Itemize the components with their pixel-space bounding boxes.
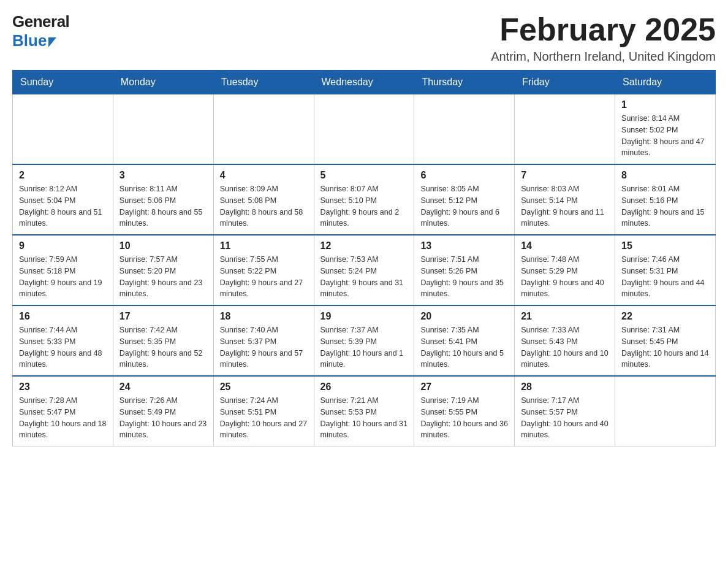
header-thursday: Thursday [414,71,515,94]
day-number: 10 [119,240,207,251]
day-number: 12 [320,240,408,251]
day-number: 26 [320,381,408,393]
day-info: Sunrise: 7:33 AMSunset: 5:43 PMDaylight:… [521,324,609,370]
day-info: Sunrise: 7:44 AMSunset: 5:33 PMDaylight:… [19,324,107,370]
day-info: Sunrise: 7:57 AMSunset: 5:20 PMDaylight:… [119,254,207,300]
calendar-week-row: 1Sunrise: 8:14 AMSunset: 5:02 PMDaylight… [13,94,716,165]
day-number: 5 [320,170,408,181]
title-block: February 2025 Antrim, Northern Ireland, … [491,12,716,64]
day-number: 1 [621,99,709,110]
calendar-day-cell: 24Sunrise: 7:26 AMSunset: 5:49 PMDayligh… [113,376,213,446]
day-info: Sunrise: 7:28 AMSunset: 5:47 PMDaylight:… [19,395,107,441]
day-info: Sunrise: 8:09 AMSunset: 5:08 PMDaylight:… [220,183,308,229]
day-number: 20 [420,311,508,322]
logo-triangle-icon [48,37,56,47]
day-number: 8 [621,170,709,181]
day-info: Sunrise: 7:35 AMSunset: 5:41 PMDaylight:… [420,324,508,370]
calendar-day-cell: 8Sunrise: 8:01 AMSunset: 5:16 PMDaylight… [615,164,716,235]
calendar-day-cell: 4Sunrise: 8:09 AMSunset: 5:08 PMDaylight… [213,164,314,235]
day-number: 3 [119,170,207,181]
calendar-day-cell: 27Sunrise: 7:19 AMSunset: 5:55 PMDayligh… [414,376,515,446]
day-number: 4 [220,170,308,181]
day-info: Sunrise: 7:42 AMSunset: 5:35 PMDaylight:… [119,324,207,370]
calendar-day-cell [213,94,314,165]
day-info: Sunrise: 7:19 AMSunset: 5:55 PMDaylight:… [420,395,508,441]
day-info: Sunrise: 8:11 AMSunset: 5:06 PMDaylight:… [119,183,207,229]
day-info: Sunrise: 7:51 AMSunset: 5:26 PMDaylight:… [420,254,508,300]
calendar-day-cell: 18Sunrise: 7:40 AMSunset: 5:37 PMDayligh… [213,305,314,376]
calendar-day-cell: 20Sunrise: 7:35 AMSunset: 5:41 PMDayligh… [414,305,515,376]
calendar-day-cell: 1Sunrise: 8:14 AMSunset: 5:02 PMDaylight… [615,94,716,165]
location-text: Antrim, Northern Ireland, United Kingdom [491,50,716,64]
calendar-day-cell: 15Sunrise: 7:46 AMSunset: 5:31 PMDayligh… [615,235,716,305]
calendar-day-cell: 5Sunrise: 8:07 AMSunset: 5:10 PMDaylight… [314,164,414,235]
day-number: 14 [521,240,609,251]
day-info: Sunrise: 7:26 AMSunset: 5:49 PMDaylight:… [119,395,207,441]
calendar-day-cell: 11Sunrise: 7:55 AMSunset: 5:22 PMDayligh… [213,235,314,305]
calendar-day-cell: 2Sunrise: 8:12 AMSunset: 5:04 PMDaylight… [13,164,113,235]
day-info: Sunrise: 7:48 AMSunset: 5:29 PMDaylight:… [521,254,609,300]
calendar-day-cell: 17Sunrise: 7:42 AMSunset: 5:35 PMDayligh… [113,305,213,376]
month-title: February 2025 [491,12,716,47]
day-info: Sunrise: 8:12 AMSunset: 5:04 PMDaylight:… [19,183,107,229]
calendar-week-row: 9Sunrise: 7:59 AMSunset: 5:18 PMDaylight… [13,235,716,305]
day-info: Sunrise: 8:01 AMSunset: 5:16 PMDaylight:… [621,183,709,229]
day-number: 22 [621,311,709,322]
header-friday: Friday [515,71,615,94]
calendar-day-cell [515,94,615,165]
day-info: Sunrise: 7:37 AMSunset: 5:39 PMDaylight:… [320,324,408,370]
logo-general-text: General [12,12,69,31]
calendar-day-cell: 28Sunrise: 7:17 AMSunset: 5:57 PMDayligh… [515,376,615,446]
calendar-day-cell [113,94,213,165]
day-number: 18 [220,311,308,322]
day-number: 25 [220,381,308,393]
day-number: 11 [220,240,308,251]
calendar-day-cell: 10Sunrise: 7:57 AMSunset: 5:20 PMDayligh… [113,235,213,305]
day-number: 16 [19,311,107,322]
calendar-day-cell [414,94,515,165]
calendar-week-row: 23Sunrise: 7:28 AMSunset: 5:47 PMDayligh… [13,376,716,446]
day-info: Sunrise: 7:46 AMSunset: 5:31 PMDaylight:… [621,254,709,300]
calendar-day-cell: 23Sunrise: 7:28 AMSunset: 5:47 PMDayligh… [13,376,113,446]
day-info: Sunrise: 8:14 AMSunset: 5:02 PMDaylight:… [621,113,709,159]
calendar-day-cell: 22Sunrise: 7:31 AMSunset: 5:45 PMDayligh… [615,305,716,376]
calendar-day-cell: 25Sunrise: 7:24 AMSunset: 5:51 PMDayligh… [213,376,314,446]
day-number: 15 [621,240,709,251]
day-info: Sunrise: 7:21 AMSunset: 5:53 PMDaylight:… [320,395,408,441]
header-sunday: Sunday [13,71,113,94]
calendar-table: Sunday Monday Tuesday Wednesday Thursday… [12,70,716,446]
calendar-day-cell [615,376,716,446]
day-info: Sunrise: 7:53 AMSunset: 5:24 PMDaylight:… [320,254,408,300]
calendar-day-cell: 21Sunrise: 7:33 AMSunset: 5:43 PMDayligh… [515,305,615,376]
day-number: 21 [521,311,609,322]
header-wednesday: Wednesday [314,71,414,94]
calendar-day-cell: 14Sunrise: 7:48 AMSunset: 5:29 PMDayligh… [515,235,615,305]
day-info: Sunrise: 7:40 AMSunset: 5:37 PMDaylight:… [220,324,308,370]
calendar-day-cell: 16Sunrise: 7:44 AMSunset: 5:33 PMDayligh… [13,305,113,376]
day-number: 13 [420,240,508,251]
calendar-day-cell: 6Sunrise: 8:05 AMSunset: 5:12 PMDaylight… [414,164,515,235]
calendar-day-cell: 3Sunrise: 8:11 AMSunset: 5:06 PMDaylight… [113,164,213,235]
calendar-week-row: 16Sunrise: 7:44 AMSunset: 5:33 PMDayligh… [13,305,716,376]
day-number: 23 [19,381,107,393]
day-info: Sunrise: 7:17 AMSunset: 5:57 PMDaylight:… [521,395,609,441]
calendar-day-cell: 19Sunrise: 7:37 AMSunset: 5:39 PMDayligh… [314,305,414,376]
calendar-day-cell: 7Sunrise: 8:03 AMSunset: 5:14 PMDaylight… [515,164,615,235]
day-info: Sunrise: 7:55 AMSunset: 5:22 PMDaylight:… [220,254,308,300]
header-tuesday: Tuesday [213,71,314,94]
day-number: 28 [521,381,609,393]
page-header: General Blue February 2025 Antrim, North… [12,12,716,64]
day-number: 24 [119,381,207,393]
calendar-day-cell [13,94,113,165]
day-number: 27 [420,381,508,393]
day-number: 19 [320,311,408,322]
weekday-header-row: Sunday Monday Tuesday Wednesday Thursday… [13,71,716,94]
logo-blue-text: Blue [12,31,47,50]
day-info: Sunrise: 7:24 AMSunset: 5:51 PMDaylight:… [220,395,308,441]
day-info: Sunrise: 8:03 AMSunset: 5:14 PMDaylight:… [521,183,609,229]
day-number: 7 [521,170,609,181]
calendar-day-cell: 26Sunrise: 7:21 AMSunset: 5:53 PMDayligh… [314,376,414,446]
calendar-day-cell [314,94,414,165]
calendar-day-cell: 13Sunrise: 7:51 AMSunset: 5:26 PMDayligh… [414,235,515,305]
day-info: Sunrise: 8:07 AMSunset: 5:10 PMDaylight:… [320,183,408,229]
